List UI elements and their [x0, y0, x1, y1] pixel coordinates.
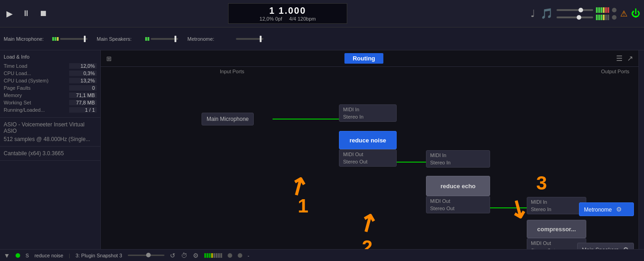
- grid-icon: ⊞: [106, 55, 112, 62]
- info-key: CPU Load...: [4, 71, 31, 76]
- bottom-dot-2: [238, 253, 242, 258]
- info-key: Time Load: [4, 63, 27, 69]
- plugin-block-reduce-echo[interactable]: reduce echo: [426, 176, 490, 196]
- load-info-section: Load & Info Time Load12,0%CPU Load...0,3…: [0, 50, 100, 118]
- active-indicator: [16, 253, 20, 258]
- blb: [211, 253, 213, 258]
- grid-icon-wrapper: ⊞: [106, 55, 112, 62]
- center-display: 1 1.000 12,0% 0pf 4/4 120bpm: [54, 3, 521, 24]
- level-bar: [598, 7, 600, 13]
- channel-label-metronome: Metronome:: [187, 36, 233, 42]
- slider-row-2: [557, 15, 617, 20]
- input-port-node-microphone[interactable]: Main Microphone: [202, 113, 254, 125]
- main-area: Load & Info Time Load12,0%CPU Load...0,3…: [0, 50, 644, 249]
- level-bar: [603, 15, 605, 20]
- blb: [207, 253, 208, 258]
- plugin-node-1-out: MIDI Out Stereo Out: [339, 149, 397, 167]
- input-ports-label: Input Ports: [220, 69, 244, 74]
- midi-in-2: MIDI In: [426, 152, 490, 159]
- info-row: CPU Load...0,3%: [4, 70, 97, 77]
- asio-label: ASIO - Voicemeeter Insert Virtual ASIO: [4, 121, 97, 134]
- blb: [204, 253, 206, 258]
- plugin-node-2-out-body: MIDI Out Stereo Out: [426, 196, 490, 213]
- right-scrollbar[interactable]: [639, 50, 644, 249]
- midi-out-2: MIDI Out: [426, 197, 490, 205]
- power-icon: ⏻: [631, 8, 640, 19]
- big-time: 1 1.000: [238, 5, 338, 16]
- level-bar: [605, 7, 607, 13]
- bottom-settings-icon[interactable]: ⚙: [193, 252, 199, 259]
- info-val: 13,2%: [69, 78, 97, 83]
- midi-in-3: MIDI In: [527, 198, 586, 206]
- output-port-node-metronome[interactable]: Metronome ⚙: [579, 202, 634, 216]
- plugin-node-1-body: MIDI In Stereo In: [339, 105, 396, 121]
- arrow-symbol-2: ↗: [352, 206, 383, 239]
- stats-container: Time Load12,0%CPU Load...0,3%CPU Load (S…: [4, 62, 97, 114]
- metronome-icon: 🎵: [540, 8, 553, 20]
- canvas-content: Input Ports Output Ports Main Microphone…: [101, 67, 639, 249]
- stereo-in-3: Stereo In: [527, 206, 586, 213]
- bottom-down-icon[interactable]: ▼: [4, 252, 10, 259]
- slider-row-1: [557, 7, 617, 13]
- left-sidebar: Load & Info Time Load12,0%CPU Load...0,3…: [0, 50, 101, 249]
- plugin-node-3-body: MIDI In Stereo In: [527, 197, 586, 214]
- top-bar: ▶ ⏸ ⏹ 1 1.000 12,0% 0pf 4/4 120bpm ♩ 🎵: [0, 0, 644, 27]
- routing-title-button[interactable]: Routing: [344, 53, 383, 64]
- level-bar: [600, 7, 602, 13]
- right-controls: [557, 7, 617, 20]
- blb: [209, 253, 211, 258]
- info-row: Running/Loaded...1 / 1: [4, 106, 97, 114]
- bottom-loop-icon[interactable]: ↺: [170, 252, 175, 259]
- share-button[interactable]: ↗: [627, 54, 633, 63]
- channel-label-microphone: Main Microphone:: [4, 36, 49, 42]
- plugin-node-2-body: MIDI In Stereo In: [426, 151, 490, 167]
- metronome-settings-icon: ⚙: [616, 206, 622, 213]
- stop-button[interactable]: ⏹: [37, 7, 50, 20]
- input-port-label-microphone: Main Microphone: [207, 116, 249, 122]
- blb: [220, 253, 222, 258]
- pause-button[interactable]: ⏸: [19, 7, 33, 20]
- level-bar: [605, 15, 607, 20]
- channel-fader-speakers[interactable]: [145, 37, 178, 41]
- routing-header: ⊞ Routing ☰ ↗: [101, 50, 639, 67]
- cantabile-section: Cantabile (x64) 3.0.3665: [0, 147, 100, 161]
- level-bars-1: [596, 7, 609, 13]
- stereo-in-1: Stereo In: [339, 113, 396, 120]
- bottom-bar: ▼ S reduce noise | 3: Plugin Snapshot 3 …: [0, 249, 644, 261]
- bottom-level-bars: [204, 253, 222, 258]
- plugin-block-reduce-noise-label: reduce noise: [349, 137, 386, 144]
- bottom-dash: -: [248, 253, 250, 258]
- info-key: CPU Load (System): [4, 78, 49, 83]
- channel-fader-microphone[interactable]: [52, 37, 87, 41]
- output-ports-label: Output Ports: [601, 69, 629, 74]
- info-row: CPU Load (System)13,2%: [4, 77, 97, 84]
- asio-section: ASIO - Voicemeeter Insert Virtual ASIO 5…: [0, 118, 100, 147]
- load-info-title: Load & Info: [4, 54, 97, 60]
- plugin-node-2-out: MIDI Out Stereo Out: [426, 196, 490, 213]
- position-display: 12,0% 0pf: [260, 16, 283, 22]
- output-port-label-metronome: Metronome: [584, 207, 612, 213]
- channel-row-microphone: Main Microphone:: [4, 36, 87, 42]
- output-port-node-speakers[interactable]: Main Speakers ⚙: [577, 243, 634, 249]
- channel-row-metronome: Metronome:: [187, 36, 263, 42]
- mini-slider-2[interactable]: [557, 16, 593, 18]
- info-val: 1 / 1: [69, 107, 97, 113]
- bottom-playhead-slider[interactable]: [128, 255, 164, 256]
- info-val: 12,0%: [69, 63, 97, 69]
- midi-in-1: MIDI In: [339, 106, 396, 113]
- mini-slider-1[interactable]: [557, 9, 593, 11]
- output-port-label-speakers: Main Speakers: [582, 247, 619, 249]
- channel-fader-metronome[interactable]: [236, 38, 263, 40]
- level-bars-2: [596, 15, 609, 20]
- routing-area: ⊞ Routing ☰ ↗ Input Ports O: [101, 50, 639, 249]
- play-button[interactable]: ▶: [4, 7, 16, 21]
- bottom-dot-1: [228, 253, 232, 258]
- bottom-sep: |: [69, 253, 70, 258]
- bottom-clock-icon[interactable]: ⏱: [181, 252, 187, 259]
- info-key: Page Faults: [4, 85, 31, 91]
- info-key: Memory: [4, 92, 22, 98]
- list-view-button[interactable]: ☰: [616, 54, 622, 63]
- dot-indicator-2: [612, 15, 617, 20]
- plugin-block-reduce-noise[interactable]: reduce noise: [339, 131, 397, 149]
- plugin-block-compressor[interactable]: compressor...: [527, 220, 586, 238]
